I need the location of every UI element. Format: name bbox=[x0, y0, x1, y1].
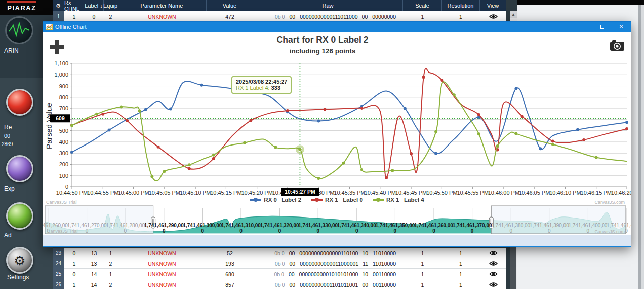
svg-text:1,741,461,310,00: 1,741,461,310,00 bbox=[221, 223, 261, 228]
svg-text:10:45:27 PM: 10:45:27 PM bbox=[285, 189, 315, 195]
svg-text:0: 0 bbox=[201, 228, 204, 234]
scale-cell: 1 bbox=[403, 279, 442, 289]
table-row[interactable]: 250141UNKNOWN6800b 000000000000010101010… bbox=[53, 269, 506, 279]
svg-text:100: 100 bbox=[59, 173, 68, 179]
record-button[interactable] bbox=[6, 89, 33, 116]
record-sub1: 00 bbox=[0, 133, 10, 139]
equip-cell: 2 bbox=[104, 258, 117, 269]
scrollbar-up-icon[interactable]: ▲ bbox=[510, 11, 517, 18]
record-label: Re bbox=[0, 124, 12, 131]
legend-marker-icon bbox=[311, 198, 323, 202]
label-cell: 0 bbox=[84, 11, 104, 22]
rx-chnl-cell: 1 bbox=[64, 279, 84, 289]
svg-text:0: 0 bbox=[86, 228, 89, 234]
legend-item-0[interactable]: RX 0 Label 2 bbox=[250, 197, 301, 203]
export-button[interactable] bbox=[6, 155, 33, 182]
label-cell: 14 bbox=[84, 269, 104, 279]
svg-text:1,741,461,350,00: 1,741,461,350,00 bbox=[375, 223, 415, 228]
right-panel-top-bar bbox=[517, 0, 644, 5]
range-navigator[interactable]: 1,741,461,260,0001,741,461,270,0001,741,… bbox=[43, 206, 631, 234]
parameter-name-cell: UNKNOWN bbox=[117, 258, 207, 269]
offline-chart-window: Offline Chart ✕ Chart for RX 0 Label 2 i… bbox=[43, 21, 631, 247]
svg-text:1,741,461,370,00: 1,741,461,370,00 bbox=[453, 223, 492, 228]
column-header-label-[interactable]: Label ↓ bbox=[84, 0, 104, 11]
modal-bottom-strip bbox=[43, 235, 631, 246]
value-cell: 52 bbox=[207, 248, 253, 258]
legend-marker-icon bbox=[250, 198, 261, 202]
column-header-parameter-name[interactable]: Parameter Name bbox=[117, 0, 207, 11]
svg-text:200: 200 bbox=[59, 161, 68, 167]
add-button[interactable] bbox=[6, 202, 33, 230]
row-number: 23 bbox=[53, 248, 64, 258]
logo-accent-bar bbox=[7, 1, 36, 3]
label-cell: 13 bbox=[84, 248, 104, 258]
table-row[interactable]: 261142UNKNOWN8570b 000000000000011010110… bbox=[53, 279, 506, 289]
value-cell: 680 bbox=[207, 269, 253, 279]
svg-text:0: 0 bbox=[278, 228, 281, 234]
column-header-rx-chnl[interactable]: Rx CHNL bbox=[64, 0, 84, 11]
maximize-button[interactable] bbox=[593, 22, 612, 32]
chart-area: Chart for RX 0 Label 2 including 126 poi… bbox=[43, 32, 631, 246]
column-header-scale[interactable]: Scale bbox=[403, 0, 442, 11]
view-eye-icon[interactable] bbox=[480, 269, 506, 279]
raw-cell: 0b 000000000000000001101001011010000 bbox=[253, 248, 403, 258]
tooltip-series-value: RX 1 Label 4: 333 bbox=[236, 85, 287, 91]
legend-item-2[interactable]: RX 1 Label 4 bbox=[373, 197, 424, 203]
window-titlebar[interactable]: Offline Chart ✕ bbox=[43, 22, 631, 32]
column-header-view[interactable]: View bbox=[480, 0, 506, 11]
column-header-equip[interactable]: Equip bbox=[104, 0, 117, 11]
table-row[interactable]: 241132UNKNOWN1930b 000000000000000110000… bbox=[53, 258, 506, 269]
table-row[interactable]: 1102UNKNOWN4720b 00000000000000111011000… bbox=[53, 11, 506, 22]
equip-cell: 1 bbox=[104, 269, 117, 279]
svg-text:10:45:15 PM: 10:45:15 PM bbox=[210, 190, 242, 196]
view-eye-icon[interactable] bbox=[480, 11, 506, 22]
scrollbar-thumb[interactable] bbox=[510, 247, 516, 289]
svg-text:400: 400 bbox=[59, 139, 68, 145]
arinc-button[interactable] bbox=[5, 16, 33, 44]
svg-text:10:46:05 PM: 10:46:05 PM bbox=[519, 190, 550, 196]
y-crosshair-badge: 609 bbox=[50, 114, 70, 122]
scale-cell: 1 bbox=[403, 269, 442, 279]
resolution-cell: 1 bbox=[442, 248, 480, 258]
svg-text:609: 609 bbox=[56, 115, 65, 121]
parameter-name-cell: UNKNOWN bbox=[117, 248, 207, 258]
svg-text:300: 300 bbox=[59, 150, 68, 156]
resolution-cell: 1 bbox=[442, 258, 480, 269]
svg-text:1,741,461,390,00: 1,741,461,390,00 bbox=[530, 223, 569, 228]
view-eye-icon[interactable] bbox=[480, 279, 506, 289]
svg-text:0: 0 bbox=[548, 228, 551, 234]
waveform-icon bbox=[7, 18, 31, 42]
svg-text:0: 0 bbox=[394, 228, 397, 234]
rx-chnl-cell: 1 bbox=[64, 11, 84, 22]
svg-text:900: 900 bbox=[59, 83, 68, 89]
label-cell: 14 bbox=[84, 279, 104, 289]
svg-text:0: 0 bbox=[355, 228, 358, 234]
svg-text:1,100: 1,100 bbox=[54, 60, 68, 66]
svg-text:0: 0 bbox=[316, 228, 319, 234]
raw-cell: 0b 000000000000011010110010000110000 bbox=[253, 279, 403, 289]
view-eye-icon[interactable] bbox=[480, 248, 506, 258]
minimize-button[interactable] bbox=[574, 22, 593, 32]
column-header-resolution[interactable]: Resolution bbox=[442, 0, 480, 11]
view-eye-icon[interactable] bbox=[480, 258, 506, 269]
column-header-raw[interactable]: Raw bbox=[253, 0, 403, 11]
close-button[interactable]: ✕ bbox=[612, 22, 631, 32]
svg-text:1,741,461,360,00: 1,741,461,360,00 bbox=[414, 223, 453, 228]
svg-text:1,741,461,320,00: 1,741,461,320,00 bbox=[260, 223, 299, 228]
column-header-value[interactable]: Value bbox=[207, 0, 253, 11]
table-row[interactable]: 230131UNKNOWN520b 0000000000000000011010… bbox=[53, 248, 506, 258]
equip-cell: 2 bbox=[104, 279, 117, 289]
legend-item-1[interactable]: RX 1 Label 0 bbox=[311, 197, 363, 203]
svg-text:10:44:50 PM: 10:44:50 PM bbox=[56, 190, 88, 196]
svg-text:500: 500 bbox=[59, 128, 68, 134]
rx-chnl-cell: 0 bbox=[64, 269, 84, 279]
svg-text:10:46:20 PM: 10:46:20 PM bbox=[611, 190, 631, 196]
svg-text:1,741,461,330,00: 1,741,461,330,00 bbox=[298, 223, 338, 228]
svg-text:10:45:50 PM: 10:45:50 PM bbox=[426, 190, 457, 196]
series-1 bbox=[70, 68, 628, 179]
window-title: Offline Chart bbox=[55, 24, 574, 30]
table-gear-icon[interactable]: ⚙ bbox=[53, 0, 64, 11]
parameter-name-cell: UNKNOWN bbox=[117, 279, 207, 289]
settings-button[interactable]: ⚙ bbox=[6, 247, 33, 274]
row-number: 25 bbox=[53, 269, 64, 279]
